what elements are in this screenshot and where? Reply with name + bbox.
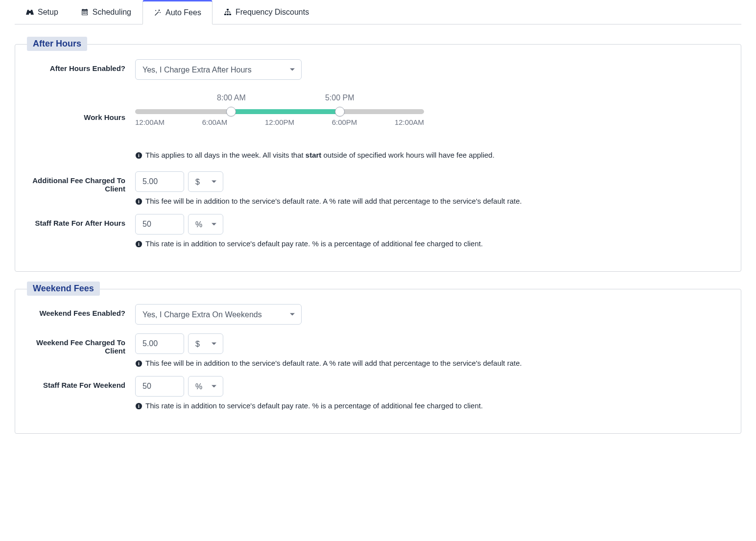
slider-start-label: 8:00 AM xyxy=(217,94,246,102)
slider-tick-4: 12:00AM xyxy=(395,118,424,126)
slider-handle-start[interactable] xyxy=(226,107,236,117)
weekend-fees-enabled-select[interactable]: Yes, I Charge Extra On Weekends xyxy=(135,304,302,325)
staff-rate-after-hours-input[interactable] xyxy=(135,214,184,235)
after-hours-enabled-label: After Hours Enabled? xyxy=(25,59,135,72)
weekend-fees-legend: Weekend Fees xyxy=(27,282,100,296)
slider-handle-end[interactable] xyxy=(335,107,345,117)
svg-text:i: i xyxy=(138,403,140,409)
after-hours-legend: After Hours xyxy=(27,37,87,51)
info-icon: i xyxy=(135,240,142,248)
info-icon: i xyxy=(135,198,142,205)
after-hours-section: After Hours After Hours Enabled? Yes, I … xyxy=(15,44,741,272)
info-icon: i xyxy=(135,402,142,410)
weekend-fee-input[interactable] xyxy=(135,333,184,354)
tab-frequency-discounts[interactable]: Frequency Discounts xyxy=(213,0,320,24)
weekend-fee-help: i This fee will be in addition to the se… xyxy=(135,359,731,367)
tab-setup[interactable]: Setup xyxy=(15,0,70,24)
additional-fee-label: Additional Fee Charged To Client xyxy=(25,171,135,193)
calendar-icon xyxy=(81,8,89,16)
after-hours-enabled-select[interactable]: Yes, I Charge Extra After Hours xyxy=(135,59,302,80)
info-icon: i xyxy=(135,152,142,159)
slider-tick-1: 6:00AM xyxy=(202,118,228,126)
magic-wand-icon xyxy=(154,9,162,17)
tab-label: Auto Fees xyxy=(165,8,201,17)
slider-ticks: 12:00AM 6:00AM 12:00PM 6:00PM 12:00AM xyxy=(135,118,424,126)
weekend-fee-unit-select[interactable]: $ xyxy=(188,333,223,354)
slider-tick-2: 12:00PM xyxy=(265,118,294,126)
work-hours-label: Work Hours xyxy=(25,89,135,121)
additional-fee-input[interactable] xyxy=(135,171,184,192)
tabs-container: Setup Scheduling Auto Fees Frequency Dis… xyxy=(15,0,741,24)
staff-rate-after-hours-help: i This rate is in addition to service's … xyxy=(135,239,731,248)
svg-text:i: i xyxy=(138,199,140,204)
svg-text:i: i xyxy=(138,241,140,247)
additional-fee-unit-select[interactable]: $ xyxy=(188,171,223,192)
weekend-fees-section: Weekend Fees Weekend Fees Enabled? Yes, … xyxy=(15,289,741,434)
staff-rate-weekend-label: Staff Rate For Weekend xyxy=(25,376,135,389)
staff-rate-weekend-unit-select[interactable]: % xyxy=(188,376,223,397)
slider-track[interactable] xyxy=(135,109,424,114)
work-hours-slider: 8:00 AM 5:00 PM 12:00AM 6:00AM 12:00PM 6… xyxy=(135,94,424,126)
staff-rate-after-hours-label: Staff Rate For After Hours xyxy=(25,214,135,227)
additional-fee-help: i This fee will be in addition to the se… xyxy=(135,197,731,205)
staff-rate-weekend-help: i This rate is in addition to service's … xyxy=(135,401,731,410)
svg-text:i: i xyxy=(138,153,140,158)
slider-tick-3: 6:00PM xyxy=(332,118,357,126)
work-hours-help: i This applies to all days in the week. … xyxy=(135,151,495,159)
sitemap-icon xyxy=(224,8,232,16)
weekend-fees-enabled-label: Weekend Fees Enabled? xyxy=(25,304,135,317)
tab-label: Setup xyxy=(38,8,58,17)
tab-auto-fees[interactable]: Auto Fees xyxy=(142,0,213,24)
info-icon: i xyxy=(135,360,142,367)
tab-label: Frequency Discounts xyxy=(236,8,309,17)
slider-tick-0: 12:00AM xyxy=(135,118,165,126)
road-icon xyxy=(26,8,34,16)
slider-fill xyxy=(231,109,339,114)
tab-label: Scheduling xyxy=(93,8,131,17)
weekend-fee-label: Weekend Fee Charged To Client xyxy=(25,333,135,355)
staff-rate-weekend-input[interactable] xyxy=(135,376,184,397)
staff-rate-after-hours-unit-select[interactable]: % xyxy=(188,214,223,235)
slider-end-label: 5:00 PM xyxy=(325,94,354,102)
tab-scheduling[interactable]: Scheduling xyxy=(70,0,142,24)
svg-text:i: i xyxy=(138,361,140,366)
